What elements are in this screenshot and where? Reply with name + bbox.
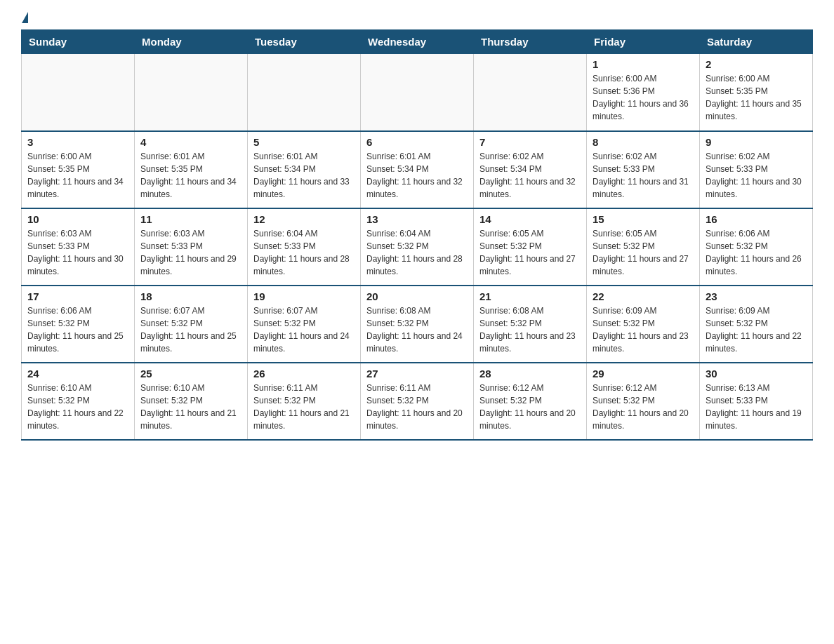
day-cell: 20Sunrise: 6:08 AM Sunset: 5:32 PM Dayli… xyxy=(361,286,474,363)
day-cell: 13Sunrise: 6:04 AM Sunset: 5:32 PM Dayli… xyxy=(361,208,474,286)
day-cell: 8Sunrise: 6:02 AM Sunset: 5:33 PM Daylig… xyxy=(587,131,700,208)
day-cell: 23Sunrise: 6:09 AM Sunset: 5:32 PM Dayli… xyxy=(700,286,813,363)
day-info: Sunrise: 6:07 AM Sunset: 5:32 PM Dayligh… xyxy=(140,304,241,355)
day-cell xyxy=(22,54,135,131)
day-cell: 15Sunrise: 6:05 AM Sunset: 5:32 PM Dayli… xyxy=(587,208,700,286)
day-number: 11 xyxy=(140,213,241,225)
day-info: Sunrise: 6:11 AM Sunset: 5:32 PM Dayligh… xyxy=(253,382,355,432)
col-wednesday: Wednesday xyxy=(361,30,474,54)
day-info: Sunrise: 6:04 AM Sunset: 5:33 PM Dayligh… xyxy=(253,227,355,278)
day-number: 27 xyxy=(366,368,468,380)
week-row-4: 17Sunrise: 6:06 AM Sunset: 5:32 PM Dayli… xyxy=(22,286,813,363)
week-row-3: 10Sunrise: 6:03 AM Sunset: 5:33 PM Dayli… xyxy=(22,208,813,286)
day-number: 6 xyxy=(366,136,468,148)
day-cell: 12Sunrise: 6:04 AM Sunset: 5:33 PM Dayli… xyxy=(248,208,361,286)
day-info: Sunrise: 6:00 AM Sunset: 5:36 PM Dayligh… xyxy=(593,72,694,123)
day-cell: 29Sunrise: 6:12 AM Sunset: 5:32 PM Dayli… xyxy=(587,363,700,440)
day-cell: 25Sunrise: 6:10 AM Sunset: 5:32 PM Dayli… xyxy=(135,363,248,440)
day-info: Sunrise: 6:01 AM Sunset: 5:34 PM Dayligh… xyxy=(253,150,355,201)
day-number: 21 xyxy=(479,290,581,302)
day-number: 2 xyxy=(706,58,807,70)
week-row-5: 24Sunrise: 6:10 AM Sunset: 5:32 PM Dayli… xyxy=(22,363,813,440)
day-cell: 10Sunrise: 6:03 AM Sunset: 5:33 PM Dayli… xyxy=(22,208,135,286)
calendar-table: Sunday Monday Tuesday Wednesday Thursday… xyxy=(21,29,813,441)
day-info: Sunrise: 6:01 AM Sunset: 5:34 PM Dayligh… xyxy=(366,150,468,201)
day-cell: 1Sunrise: 6:00 AM Sunset: 5:36 PM Daylig… xyxy=(587,54,700,131)
day-info: Sunrise: 6:09 AM Sunset: 5:32 PM Dayligh… xyxy=(706,304,807,355)
day-number: 18 xyxy=(140,290,241,302)
day-info: Sunrise: 6:10 AM Sunset: 5:32 PM Dayligh… xyxy=(27,382,128,432)
day-cell: 21Sunrise: 6:08 AM Sunset: 5:32 PM Dayli… xyxy=(474,286,587,363)
day-number: 24 xyxy=(27,368,128,380)
day-number: 10 xyxy=(27,213,128,225)
logo-triangle-icon xyxy=(22,12,28,23)
day-number: 9 xyxy=(706,136,807,148)
day-info: Sunrise: 6:02 AM Sunset: 5:33 PM Dayligh… xyxy=(706,150,807,201)
day-cell xyxy=(474,54,587,131)
day-info: Sunrise: 6:00 AM Sunset: 5:35 PM Dayligh… xyxy=(706,72,807,123)
calendar-body: 1Sunrise: 6:00 AM Sunset: 5:36 PM Daylig… xyxy=(22,54,813,440)
day-cell: 18Sunrise: 6:07 AM Sunset: 5:32 PM Dayli… xyxy=(135,286,248,363)
col-tuesday: Tuesday xyxy=(248,30,361,54)
day-number: 22 xyxy=(593,290,694,302)
col-thursday: Thursday xyxy=(474,30,587,54)
day-number: 26 xyxy=(253,368,355,380)
day-number: 16 xyxy=(706,213,807,225)
day-number: 12 xyxy=(253,213,355,225)
day-number: 8 xyxy=(593,136,694,148)
logo xyxy=(21,14,28,22)
day-cell: 28Sunrise: 6:12 AM Sunset: 5:32 PM Dayli… xyxy=(474,363,587,440)
day-info: Sunrise: 6:05 AM Sunset: 5:32 PM Dayligh… xyxy=(479,227,581,278)
day-info: Sunrise: 6:00 AM Sunset: 5:35 PM Dayligh… xyxy=(27,150,128,201)
day-cell: 27Sunrise: 6:11 AM Sunset: 5:32 PM Dayli… xyxy=(361,363,474,440)
day-cell xyxy=(361,54,474,131)
day-cell: 9Sunrise: 6:02 AM Sunset: 5:33 PM Daylig… xyxy=(700,131,813,208)
day-number: 19 xyxy=(253,290,355,302)
day-number: 4 xyxy=(140,136,241,148)
col-saturday: Saturday xyxy=(700,30,813,54)
day-number: 1 xyxy=(593,58,694,70)
day-info: Sunrise: 6:01 AM Sunset: 5:35 PM Dayligh… xyxy=(140,150,241,201)
day-info: Sunrise: 6:05 AM Sunset: 5:32 PM Dayligh… xyxy=(593,227,694,278)
day-number: 20 xyxy=(366,290,468,302)
day-cell: 26Sunrise: 6:11 AM Sunset: 5:32 PM Dayli… xyxy=(248,363,361,440)
day-info: Sunrise: 6:06 AM Sunset: 5:32 PM Dayligh… xyxy=(706,227,807,278)
day-info: Sunrise: 6:09 AM Sunset: 5:32 PM Dayligh… xyxy=(593,304,694,355)
day-number: 5 xyxy=(253,136,355,148)
day-cell: 4Sunrise: 6:01 AM Sunset: 5:35 PM Daylig… xyxy=(135,131,248,208)
day-number: 30 xyxy=(706,368,807,380)
day-info: Sunrise: 6:12 AM Sunset: 5:32 PM Dayligh… xyxy=(593,382,694,432)
day-cell: 5Sunrise: 6:01 AM Sunset: 5:34 PM Daylig… xyxy=(248,131,361,208)
day-cell: 19Sunrise: 6:07 AM Sunset: 5:32 PM Dayli… xyxy=(248,286,361,363)
day-info: Sunrise: 6:11 AM Sunset: 5:32 PM Dayligh… xyxy=(366,382,468,432)
day-info: Sunrise: 6:08 AM Sunset: 5:32 PM Dayligh… xyxy=(366,304,468,355)
calendar-header: Sunday Monday Tuesday Wednesday Thursday… xyxy=(22,30,813,54)
col-sunday: Sunday xyxy=(22,30,135,54)
day-cell: 24Sunrise: 6:10 AM Sunset: 5:32 PM Dayli… xyxy=(22,363,135,440)
header-row: Sunday Monday Tuesday Wednesday Thursday… xyxy=(22,30,813,54)
page-header xyxy=(21,14,813,22)
day-cell: 17Sunrise: 6:06 AM Sunset: 5:32 PM Dayli… xyxy=(22,286,135,363)
day-number: 17 xyxy=(27,290,128,302)
day-number: 28 xyxy=(479,368,581,380)
col-monday: Monday xyxy=(135,30,248,54)
day-number: 14 xyxy=(479,213,581,225)
col-friday: Friday xyxy=(587,30,700,54)
day-number: 15 xyxy=(593,213,694,225)
day-info: Sunrise: 6:12 AM Sunset: 5:32 PM Dayligh… xyxy=(479,382,581,432)
day-number: 23 xyxy=(706,290,807,302)
day-info: Sunrise: 6:06 AM Sunset: 5:32 PM Dayligh… xyxy=(27,304,128,355)
day-info: Sunrise: 6:07 AM Sunset: 5:32 PM Dayligh… xyxy=(253,304,355,355)
day-info: Sunrise: 6:02 AM Sunset: 5:33 PM Dayligh… xyxy=(593,150,694,201)
day-info: Sunrise: 6:08 AM Sunset: 5:32 PM Dayligh… xyxy=(479,304,581,355)
day-cell xyxy=(248,54,361,131)
day-cell: 6Sunrise: 6:01 AM Sunset: 5:34 PM Daylig… xyxy=(361,131,474,208)
day-cell xyxy=(135,54,248,131)
day-number: 13 xyxy=(366,213,468,225)
day-info: Sunrise: 6:03 AM Sunset: 5:33 PM Dayligh… xyxy=(140,227,241,278)
day-cell: 2Sunrise: 6:00 AM Sunset: 5:35 PM Daylig… xyxy=(700,54,813,131)
day-info: Sunrise: 6:04 AM Sunset: 5:32 PM Dayligh… xyxy=(366,227,468,278)
day-number: 25 xyxy=(140,368,241,380)
day-cell: 11Sunrise: 6:03 AM Sunset: 5:33 PM Dayli… xyxy=(135,208,248,286)
day-info: Sunrise: 6:02 AM Sunset: 5:34 PM Dayligh… xyxy=(479,150,581,201)
